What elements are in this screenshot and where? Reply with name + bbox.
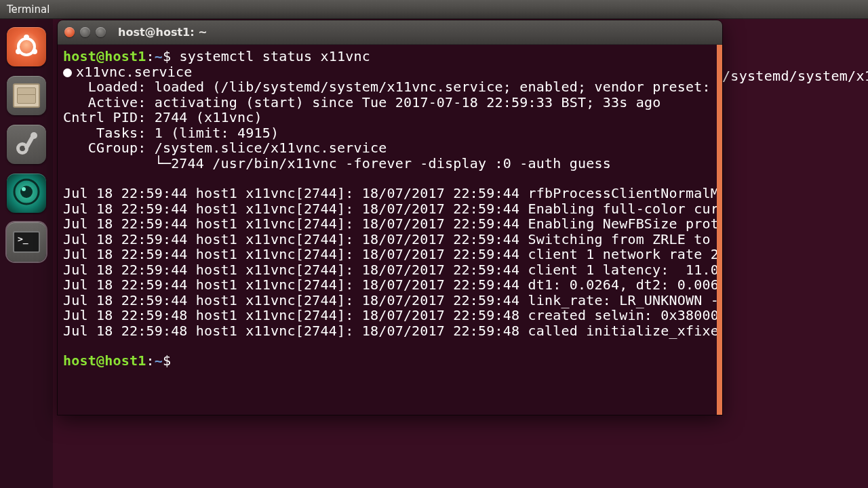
menu-bar-app-name[interactable]: Terminal <box>7 3 50 16</box>
log-row: Jul 18 22:59:44 host1 x11vnc[2744]: 18/0… <box>63 232 717 247</box>
log-row: Jul 18 22:59:48 host1 x11vnc[2744]: 18/0… <box>63 323 717 339</box>
log-row: Jul 18 22:59:44 host1 x11vnc[2744]: 18/0… <box>63 201 717 217</box>
aperture-icon <box>12 178 41 209</box>
log-row: Jul 18 22:59:44 host1 x11vnc[2744]: 18/0… <box>63 277 717 293</box>
terminal-body[interactable]: host@host1:~$ systemctl status x11vnc x1… <box>58 45 722 415</box>
svg-point-3 <box>32 49 37 54</box>
typed-command: systemctl status x11vnc <box>179 48 370 64</box>
gear-wrench-icon <box>12 129 41 159</box>
menu-bar[interactable]: Terminal <box>0 0 868 19</box>
log-row: Jul 18 22:59:44 host1 x11vnc[2744]: 18/0… <box>63 247 717 262</box>
ubuntu-logo-icon <box>14 34 39 60</box>
blank-line <box>63 338 717 353</box>
prompt-line-1: host@host1:~$ systemctl status x11vnc <box>63 49 717 64</box>
file-cabinet-icon <box>13 83 40 108</box>
log-row: Jul 18 22:59:48 host1 x11vnc[2744]: 18/0… <box>63 308 717 323</box>
output-cntrl-pid: Cntrl PID: 2744 (x11vnc) <box>63 110 717 125</box>
svg-point-1 <box>24 35 29 40</box>
svg-point-7 <box>31 132 37 139</box>
svg-point-2 <box>16 49 21 54</box>
log-row: Jul 18 22:59:44 host1 x11vnc[2744]: 18/0… <box>63 216 717 232</box>
svg-point-9 <box>20 186 33 198</box>
maximize-button[interactable] <box>96 27 106 37</box>
terminal-scrollbar[interactable] <box>717 45 722 415</box>
output-tasks: Tasks: 1 (limit: 4915) <box>63 125 717 141</box>
blank-line <box>63 171 717 186</box>
window-titlebar[interactable]: host@host1: ~ <box>58 20 722 45</box>
terminal-window: host@host1: ~ host@host1:~$ systemctl st… <box>58 20 722 415</box>
launcher-camera[interactable] <box>7 174 46 213</box>
output-active-line: Active: activating (start) since Tue 201… <box>63 95 717 110</box>
output-cgroup-cmd: └─2744 /usr/bin/x11vnc -forever -display… <box>63 156 717 171</box>
prompt-path: ~ <box>155 48 163 64</box>
launcher-terminal[interactable] <box>7 222 46 262</box>
log-row: Jul 18 22:59:44 host1 x11vnc[2744]: 18/0… <box>63 262 717 278</box>
output-service-line: x11vnc.service <box>63 64 717 80</box>
unity-launcher <box>0 19 53 488</box>
log-row: Jul 18 22:59:44 host1 x11vnc[2744]: 18/0… <box>63 186 717 201</box>
background-terminal-text: /systemd/system/x1 <box>722 68 868 84</box>
launcher-ubuntu-dash[interactable] <box>7 27 46 66</box>
prompt-line-2: host@host1:~$ <box>63 353 717 369</box>
launcher-files[interactable] <box>7 76 46 115</box>
log-row: Jul 18 22:59:44 host1 x11vnc[2744]: 18/0… <box>63 293 717 308</box>
close-button[interactable] <box>64 27 75 37</box>
minimize-button[interactable] <box>80 27 90 37</box>
svg-point-5 <box>20 146 25 151</box>
prompt-user-host: host@host1 <box>63 48 146 64</box>
terminal-icon <box>13 231 40 253</box>
window-title: host@host1: ~ <box>118 26 208 39</box>
svg-point-10 <box>22 187 26 191</box>
output-loaded-line: Loaded: loaded (/lib/systemd/system/x11v… <box>63 79 717 95</box>
output-cgroup: CGroup: /system.slice/x11vnc.service <box>63 140 717 156</box>
launcher-settings[interactable] <box>7 125 46 164</box>
status-bullet-icon <box>63 68 72 77</box>
